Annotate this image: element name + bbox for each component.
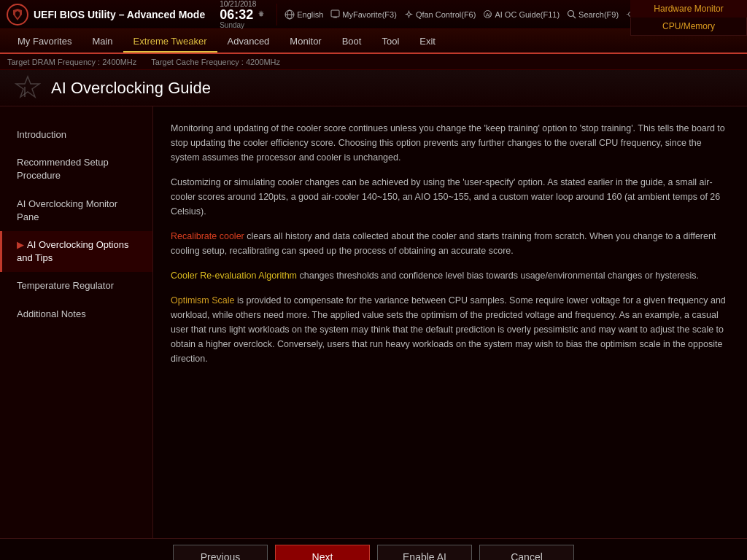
top-bar: UEFI BIOS Utility – Advanced Mode 10/21/… xyxy=(0,0,747,29)
arrow-icon: ▶ xyxy=(17,239,24,250)
previous-button[interactable]: Previous xyxy=(173,545,268,561)
hw-monitor-btn[interactable]: Hardware Monitor xyxy=(630,0,747,18)
nav-boot[interactable]: Boot xyxy=(332,31,372,51)
content-para2: Customizing or simulating cooler changes… xyxy=(171,175,729,219)
cpu-memory-btn[interactable]: CPU/Memory xyxy=(630,18,747,36)
optimism-link[interactable]: Optimism Scale xyxy=(171,295,235,306)
search-icon xyxy=(567,9,576,19)
content-para5: Optimism Scale is provided to compensate… xyxy=(171,293,729,366)
content-para1: Monitoring and updating of the cooler sc… xyxy=(171,121,729,165)
svg-point-11 xyxy=(568,11,574,17)
secondary-bar: Target DRAM Frequency : 2400MHz Target C… xyxy=(0,54,747,70)
content-para3-text: clears all history and data collected ab… xyxy=(171,231,716,256)
rog-logo-icon xyxy=(6,3,29,26)
cpu-memory-label: CPU/Memory xyxy=(662,21,715,31)
globe-icon xyxy=(285,9,295,20)
lightning-icon: AI xyxy=(483,9,492,19)
logo-area: UEFI BIOS Utility – Advanced Mode xyxy=(6,3,205,26)
sidebar: Introduction Recommended Setup Procedure… xyxy=(0,106,153,538)
sidebar-item-introduction[interactable]: Introduction xyxy=(0,121,152,149)
time-display: 06:32 xyxy=(220,8,253,21)
nav-monitor[interactable]: Monitor xyxy=(279,31,331,51)
date-display: 10/21/2018 xyxy=(220,0,256,8)
content-area: Monitoring and updating of the cooler sc… xyxy=(153,106,747,538)
divider xyxy=(276,4,277,26)
nav-extreme-tweaker[interactable]: Extreme Tweaker xyxy=(123,31,217,52)
sidebar-item-recommended[interactable]: Recommended Setup Procedure xyxy=(0,149,152,190)
hw-monitor-label: Hardware Monitor xyxy=(654,4,723,14)
svg-marker-18 xyxy=(16,77,39,97)
svg-line-12 xyxy=(573,16,576,19)
sidebar-item-temperature[interactable]: Temperature Regulator xyxy=(0,272,152,300)
language-selector[interactable]: English xyxy=(285,9,323,20)
aioc-label: AI OC Guide(F11) xyxy=(495,10,560,19)
fan-icon xyxy=(404,9,414,19)
search-btn[interactable]: Search(F9) xyxy=(567,9,619,19)
qfan-label: Qfan Control(F6) xyxy=(416,10,476,19)
search-label: Search(F9) xyxy=(578,10,619,19)
hw-monitor-area: Hardware Monitor CPU/Memory xyxy=(630,0,747,36)
bottom-bar: Previous Next Enable AI Cancel xyxy=(0,538,747,560)
secondary-info-1: Target DRAM Frequency : 2400MHz xyxy=(7,58,136,66)
monitor-icon xyxy=(330,9,340,19)
recalibrate-link[interactable]: Recalibrate cooler xyxy=(171,231,244,241)
content-para4: Cooler Re-evaluation Algorithm changes t… xyxy=(171,268,729,283)
guide-icon xyxy=(15,74,41,103)
guide-title: AI Overclocking Guide xyxy=(51,79,211,98)
nav-advanced[interactable]: Advanced xyxy=(217,31,280,51)
guide-container: Introduction Recommended Setup Procedure… xyxy=(0,106,747,538)
nav-my-favorites[interactable]: My Favorites xyxy=(7,31,82,51)
qfan-btn[interactable]: Qfan Control(F6) xyxy=(404,9,476,19)
nav-main[interactable]: Main xyxy=(82,31,123,51)
content-para4-text: changes thresholds and confidence level … xyxy=(297,271,699,281)
bios-title: UEFI BIOS Utility – Advanced Mode xyxy=(34,9,205,20)
aioc-btn[interactable]: AI AI OC Guide(F11) xyxy=(483,9,560,19)
svg-point-8 xyxy=(407,13,410,16)
cancel-button[interactable]: Cancel xyxy=(479,545,574,561)
nav-tool[interactable]: Tool xyxy=(371,31,409,51)
next-button[interactable]: Next xyxy=(275,545,370,561)
content-para3: Recalibrate cooler clears all history an… xyxy=(171,229,729,258)
svg-text:AI: AI xyxy=(486,12,492,18)
day-display: Sunday xyxy=(220,21,244,29)
cooler-reeval-link[interactable]: Cooler Re-evaluation Algorithm xyxy=(171,271,297,281)
datetime: 10/21/2018 06:32 Sunday xyxy=(220,0,266,29)
settings-icon[interactable] xyxy=(256,9,266,20)
language-label: English xyxy=(297,10,323,19)
nav-exit[interactable]: Exit xyxy=(409,31,446,51)
sidebar-item-options-tips[interactable]: ▶AI Overclocking Options and Tips xyxy=(0,231,152,272)
content-para5-text: is provided to compensate for the varian… xyxy=(171,295,726,364)
myfavorite-btn[interactable]: MyFavorite(F3) xyxy=(330,9,397,19)
sidebar-item-monitor-pane[interactable]: AI Overclocking Monitor Pane xyxy=(0,190,152,231)
secondary-info-2: Target Cache Frequency : 4200MHz xyxy=(151,58,280,66)
enable-ai-button[interactable]: Enable AI xyxy=(377,545,472,561)
myfavorite-label: MyFavorite(F3) xyxy=(342,10,397,19)
guide-header: AI Overclocking Guide xyxy=(0,70,747,106)
sidebar-item-additional-notes[interactable]: Additional Notes xyxy=(0,300,152,328)
svg-rect-5 xyxy=(331,10,339,17)
